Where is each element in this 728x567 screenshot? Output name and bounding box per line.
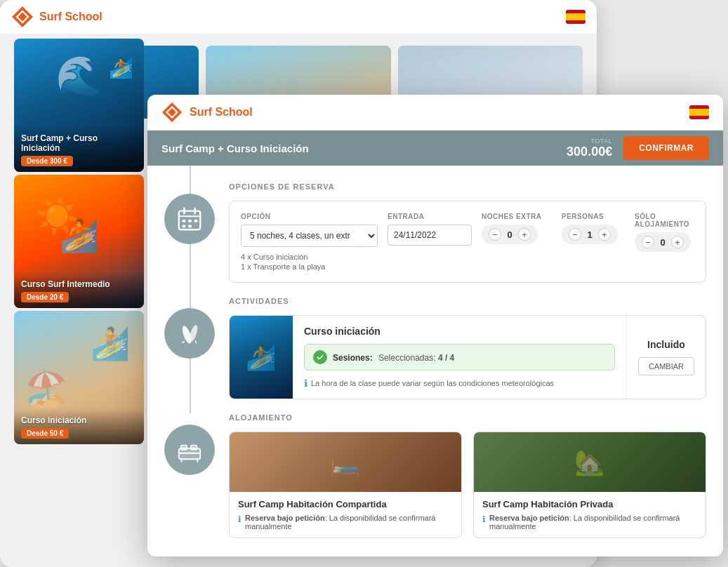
cambiar-button[interactable]: CAMBIAR <box>638 357 694 375</box>
extra-nights-minus[interactable]: − <box>489 228 501 241</box>
extra-nights-label: NOCHES EXTRA <box>482 213 552 220</box>
modal-header: Surf School <box>147 95 723 131</box>
card-curso-iniciacion[interactable]: 🏄 🏖️ Curso iniciación Desde 50 € <box>14 311 144 444</box>
info-icon-activity: ℹ <box>304 378 307 389</box>
option-select[interactable]: 5 noches, 4 clases, un extr <box>241 225 378 247</box>
info-icon-accomm-1: ℹ <box>238 514 241 524</box>
svg-rect-19 <box>181 445 187 450</box>
svg-rect-20 <box>191 445 197 450</box>
card-surf-intermedio[interactable]: ☀️ 🏄 Curso Surf Intermedio Desde 20 € <box>14 175 144 308</box>
svg-rect-11 <box>188 220 192 222</box>
extra-nights-plus[interactable]: + <box>518 228 531 241</box>
logo-icon <box>11 6 34 28</box>
modal-flag <box>689 105 709 119</box>
total-label: TOTAL <box>590 138 612 145</box>
reservation-section-label: OPCIONES DE RESERVA <box>229 182 706 191</box>
main-modal: Surf School Surf Camp + Curso Iniciación… <box>147 95 723 556</box>
modal-title: Surf Camp + Curso Iniciación <box>161 142 567 154</box>
entry-label: ENTRADA <box>388 213 472 220</box>
sessions-label: Sesiones: <box>333 353 373 363</box>
total-amount: 300.00€ <box>567 145 612 159</box>
solo-label: SÓLO ALOJAMIENTO <box>635 213 712 228</box>
persons-value: 1 <box>585 229 594 240</box>
modal-logo-icon <box>161 102 183 123</box>
entry-date-input[interactable] <box>388 225 472 246</box>
accommodation-card-2[interactable]: 🏡 Surf Camp Habitación Privada ℹ Reserva… <box>473 432 706 538</box>
card-title-2: Curso Surf Intermedio <box>21 279 137 289</box>
card-price-3: Desde 50 € <box>21 428 69 439</box>
sessions-check-icon <box>313 350 327 364</box>
card-price-1: Desde 300 € <box>21 156 73 166</box>
card-title-3: Curso iniciación <box>21 415 137 425</box>
modal-body: OPCIONES DE RESERVA OPCIÓN 5 noches, 4 c… <box>147 166 723 556</box>
confirm-button[interactable]: CONFIRMAR <box>623 136 709 160</box>
activities-icon <box>164 308 215 359</box>
info-icon-accomm-2: ℹ <box>482 514 486 524</box>
accomm-name-1: Surf Camp Habitación Compartida <box>238 499 453 509</box>
top-bar: Surf Camp + Curso Iniciación TOTAL 300.0… <box>147 131 723 166</box>
brand-name-bg: Surf School <box>39 11 102 23</box>
sub-item-1: 4 x Curso iniciación <box>241 253 378 261</box>
reservation-icon <box>164 194 215 244</box>
activity-note: La hora de la clase puede variar según l… <box>311 379 554 387</box>
svg-rect-13 <box>183 225 186 228</box>
included-text: Incluido <box>647 339 685 350</box>
solo-value: 0 <box>658 237 667 248</box>
card-surf-camp[interactable]: 🌊 🏄 Surf Camp + Curso Iniciación Desde 3… <box>14 39 144 172</box>
solo-plus[interactable]: + <box>671 236 684 248</box>
persons-label: PERSONAS <box>562 213 625 220</box>
flag-bg <box>566 10 585 24</box>
activity-name: Curso iniciación <box>304 326 615 337</box>
persons-plus[interactable]: + <box>598 228 611 241</box>
sub-item-2: 1 x Transporte a la playa <box>241 262 378 271</box>
accomm-name-2: Surf Camp Habitación Privada <box>482 499 697 509</box>
svg-rect-12 <box>194 220 198 222</box>
svg-rect-10 <box>183 220 186 222</box>
sessions-selected: Seleccionadas: 4 / 4 <box>378 353 454 363</box>
svg-rect-14 <box>188 225 192 228</box>
accommodation-card-1[interactable]: 🛏️ Surf Camp Habitación Compartida ℹ Res… <box>229 432 462 538</box>
option-label: OPCIÓN <box>241 213 378 220</box>
accommodation-icon <box>164 425 215 475</box>
modal-brand-name: Surf School <box>190 106 253 119</box>
extra-nights-value: 0 <box>505 229 514 240</box>
activities-section-label: ACTIVIDADES <box>229 297 706 305</box>
accommodation-section-label: ALOJAMIENTO <box>229 413 706 422</box>
card-title-1: Surf Camp + Curso Iniciación <box>21 133 137 153</box>
card-price-2: Desde 20 € <box>21 292 69 302</box>
persons-minus[interactable]: − <box>569 228 581 241</box>
solo-minus[interactable]: − <box>642 236 654 248</box>
